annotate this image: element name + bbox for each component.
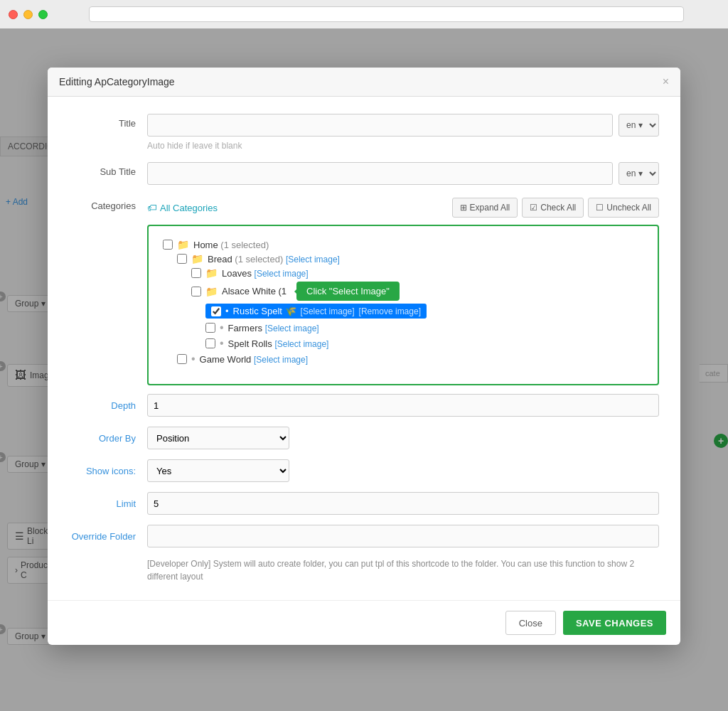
tree-row-game-world: • Game World [Select image] — [177, 351, 643, 367]
category-tree: 📁 Home (1 selected) 📁 — [147, 225, 659, 385]
modal-overlay: Editting ApCategoryImage × Title en ▾ Au… — [0, 28, 728, 711]
check-all-button[interactable]: ☑ Check All — [522, 198, 584, 218]
title-input-wrap: en ▾ — [147, 114, 659, 137]
title-label: Title — [69, 114, 147, 129]
farmers-dot: • — [220, 321, 224, 334]
show-icons-label: Show icons: — [69, 466, 147, 476]
show-icons-select[interactable]: Yes No — [147, 459, 289, 482]
rustic-label: Rustic Spelt 🌾 — [233, 306, 296, 316]
rustic-remove-image-link[interactable]: [Remove image] — [359, 306, 421, 316]
close-button[interactable]: Close — [505, 611, 556, 635]
tree-row-rustic: • Rustic Spelt 🌾 [Select image] [Remove … — [205, 302, 643, 320]
tree-row-alsace: 📁 Alsace White (1 Click "Select Image" — [191, 280, 643, 302]
page-background: ACCORDION + Add Group ▾ Column 🖼 Images … — [0, 28, 728, 711]
title-bar — [0, 0, 728, 28]
categories-label: Categories — [69, 198, 147, 211]
bread-folder-icon: 📁 — [191, 253, 203, 264]
home-folder-icon: 📁 — [177, 239, 189, 250]
loaves-checkbox[interactable] — [191, 268, 201, 278]
alsace-checkbox[interactable] — [191, 287, 201, 296]
depth-input[interactable] — [147, 394, 659, 417]
modal-body: Title en ▾ Auto hide if leave it blank S… — [48, 97, 680, 600]
title-hint: Auto hide if leave it blank — [147, 141, 659, 151]
home-checkbox[interactable] — [163, 240, 173, 250]
categories-content: 🏷 All Categories ⊞ Expand All ☑ — [147, 198, 659, 385]
spelt-rolls-label: Spelt Rolls [Select image] — [228, 338, 329, 349]
alsace-folder-icon: 📁 — [205, 286, 218, 297]
spelt-rolls-checkbox[interactable] — [205, 338, 215, 348]
categories-toolbar: 🏷 All Categories ⊞ Expand All ☑ — [147, 198, 659, 218]
order-by-select[interactable]: Position Name ID — [147, 427, 289, 449]
subtitle-row: Sub Title en ▾ — [69, 162, 659, 185]
tree-row-bread: 📁 Bread (1 selected) [Select image] — [177, 252, 643, 266]
categories-row: Categories 🏷 All Categories ⊞ Expand All — [69, 198, 659, 385]
order-by-label: Order By — [69, 433, 147, 444]
uncheck-icon: ☐ — [596, 203, 604, 213]
tree-row-home: 📁 Home (1 selected) — [163, 237, 643, 252]
modal: Editting ApCategoryImage × Title en ▾ Au… — [48, 68, 680, 645]
rustic-selected-row: • Rustic Spelt 🌾 [Select image] [Remove … — [205, 304, 427, 319]
expand-all-button[interactable]: ⊞ Expand All — [452, 198, 518, 218]
override-hint: [Developer Only] System will auto create… — [147, 557, 659, 583]
maximize-traffic-light[interactable] — [38, 10, 48, 19]
title-lang-select[interactable]: en ▾ — [619, 114, 659, 137]
home-label: Home (1 selected) — [193, 240, 269, 250]
modal-footer: Close SAVE CHANGES — [48, 600, 680, 645]
override-folder-row: Override Folder — [69, 525, 659, 547]
address-bar[interactable] — [89, 6, 684, 22]
modal-title: Editting ApCategoryImage — [59, 76, 175, 87]
game-world-label: Game World [Select image] — [200, 354, 308, 365]
check-icon: ☑ — [530, 203, 537, 213]
minimize-traffic-light[interactable] — [23, 10, 33, 19]
subtitle-lang-select[interactable]: en ▾ — [619, 162, 659, 185]
tree-item-home: 📁 Home (1 selected) 📁 — [163, 237, 643, 367]
uncheck-all-button[interactable]: ☐ Uncheck All — [588, 198, 659, 218]
all-categories-link[interactable]: 🏷 All Categories — [147, 202, 218, 213]
subtitle-input[interactable] — [147, 162, 613, 185]
alsace-label: Alsace White (1 — [222, 286, 287, 296]
order-by-row: Order By Position Name ID — [69, 427, 659, 449]
farmers-select-image-link[interactable]: [Select image] — [265, 324, 319, 333]
modal-close-button[interactable]: × — [663, 76, 669, 87]
game-world-select-image-link[interactable]: [Select image] — [254, 355, 308, 365]
bread-select-image-link[interactable]: [Select image] — [286, 255, 340, 264]
tree-row-loaves: 📁 Loaves [Select image] — [191, 266, 643, 280]
tree-row-spelt-rolls: • Spelt Rolls [Select image] — [205, 336, 643, 351]
farmers-label: Farmers [Select image] — [228, 323, 319, 333]
modal-header: Editting ApCategoryImage × — [48, 68, 680, 97]
rustic-select-image-link[interactable]: [Select image] — [301, 306, 355, 316]
subtitle-label: Sub Title — [69, 162, 147, 177]
save-changes-button[interactable]: SAVE CHANGES — [563, 611, 666, 635]
game-world-checkbox[interactable] — [177, 354, 187, 364]
expand-icon: ⊞ — [460, 203, 467, 213]
depth-row: Depth — [69, 394, 659, 417]
category-buttons: ⊞ Expand All ☑ Check All ☐ Uncheck All — [452, 198, 659, 218]
loaves-select-image-link[interactable]: [Select image] — [255, 269, 309, 279]
override-folder-label: Override Folder — [69, 531, 147, 542]
spelt-rolls-dot: • — [220, 337, 224, 350]
spelt-rolls-select-image-link[interactable]: [Select image] — [274, 339, 328, 349]
close-traffic-light[interactable] — [9, 10, 18, 19]
tree-row-farmers: • Farmers [Select image] — [205, 320, 643, 336]
tag-icon: 🏷 — [147, 202, 157, 213]
game-world-dot: • — [191, 353, 196, 365]
subtitle-input-wrap: en ▾ — [147, 162, 659, 185]
bread-label: Bread (1 selected) [Select image] — [208, 254, 340, 264]
select-image-tooltip: Click "Select Image" — [296, 282, 400, 301]
depth-label: Depth — [69, 400, 147, 411]
bread-checkbox[interactable] — [177, 254, 187, 264]
title-row: Title en ▾ — [69, 114, 659, 137]
limit-row: Limit — [69, 492, 659, 515]
title-input[interactable] — [147, 114, 613, 137]
farmers-checkbox[interactable] — [205, 323, 215, 333]
dot-rustic: • — [225, 306, 229, 316]
override-folder-input[interactable] — [147, 525, 659, 547]
show-icons-row: Show icons: Yes No — [69, 459, 659, 482]
loaves-label: Loaves [Select image] — [222, 268, 309, 279]
limit-input[interactable] — [147, 492, 659, 515]
rustic-checkbox[interactable] — [211, 306, 221, 316]
loaves-folder-icon: 📁 — [205, 267, 218, 279]
limit-label: Limit — [69, 498, 147, 509]
